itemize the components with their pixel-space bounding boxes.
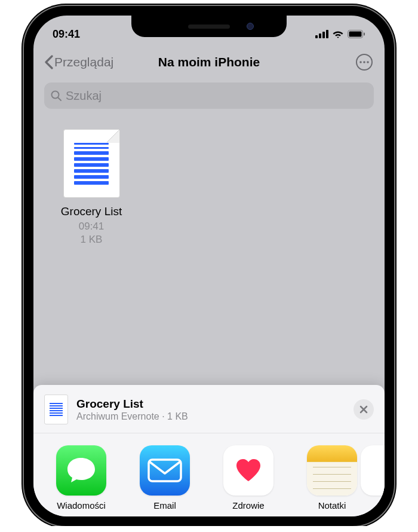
wifi-icon xyxy=(332,30,344,38)
phone-frame: 09:41 Przeglądaj Na moim iPhonie Szukaj xyxy=(24,6,394,526)
search-input[interactable]: Szukaj xyxy=(44,82,374,109)
share-app-mail[interactable]: Email xyxy=(123,445,207,510)
file-item[interactable]: Grocery List 09:41 1 KB xyxy=(47,129,136,246)
close-icon xyxy=(359,405,368,414)
share-app-health[interactable]: Zdrowie xyxy=(207,445,290,510)
nav-bar: Przeglądaj Na moim iPhonie xyxy=(33,44,385,80)
share-title: Grocery List xyxy=(76,398,354,411)
app-label: Wiadomości xyxy=(57,500,106,510)
file-size: 1 KB xyxy=(81,234,103,246)
messages-icon xyxy=(56,445,106,496)
svg-point-10 xyxy=(367,61,369,63)
app-label: Email xyxy=(153,500,176,510)
notch xyxy=(131,16,287,37)
svg-rect-1 xyxy=(319,33,321,38)
page-title: Na moim iPhonie xyxy=(158,55,260,69)
share-header: Grocery List Archiwum Evernote · 1 KB xyxy=(33,385,385,433)
svg-point-11 xyxy=(52,91,59,99)
file-grid: Grocery List 09:41 1 KB xyxy=(33,117,385,258)
share-subtitle: Archiwum Evernote · 1 KB xyxy=(76,411,354,422)
more-button[interactable] xyxy=(355,53,374,72)
svg-rect-0 xyxy=(315,35,318,38)
chevron-left-icon xyxy=(44,55,53,69)
svg-point-9 xyxy=(363,61,365,63)
share-sheet: Grocery List Archiwum Evernote · 1 KB Wi… xyxy=(33,385,385,516)
app-label: Notatki xyxy=(318,500,346,510)
status-time: 09:41 xyxy=(53,28,80,41)
share-app-messages[interactable]: Wiadomości xyxy=(39,445,123,510)
share-document-icon xyxy=(44,395,68,424)
mail-icon xyxy=(140,445,190,496)
svg-point-8 xyxy=(359,61,362,63)
search-placeholder: Szukaj xyxy=(66,89,102,103)
file-name: Grocery List xyxy=(61,205,122,218)
cellular-icon xyxy=(315,30,328,38)
svg-rect-13 xyxy=(149,460,181,481)
share-app-row[interactable]: Wiadomości Email Zdrowie xyxy=(33,433,385,516)
status-icons xyxy=(315,30,365,38)
share-app-more[interactable] xyxy=(374,445,385,510)
svg-rect-2 xyxy=(322,32,325,38)
svg-rect-3 xyxy=(326,30,328,38)
health-icon xyxy=(223,445,273,496)
close-button[interactable] xyxy=(354,399,374,420)
document-icon xyxy=(63,129,120,198)
app-label: Zdrowie xyxy=(232,500,264,510)
back-button[interactable]: Przeglądaj xyxy=(44,55,113,69)
svg-rect-5 xyxy=(349,32,362,37)
battery-icon xyxy=(348,30,365,38)
svg-line-12 xyxy=(59,98,62,101)
search-icon xyxy=(50,90,62,102)
file-time: 09:41 xyxy=(79,221,105,233)
svg-rect-6 xyxy=(364,33,365,36)
notes-icon xyxy=(307,445,357,496)
screen: 09:41 Przeglądaj Na moim iPhonie Szukaj xyxy=(33,16,385,516)
back-label: Przeglądaj xyxy=(54,55,113,69)
ellipsis-circle-icon xyxy=(355,53,373,71)
